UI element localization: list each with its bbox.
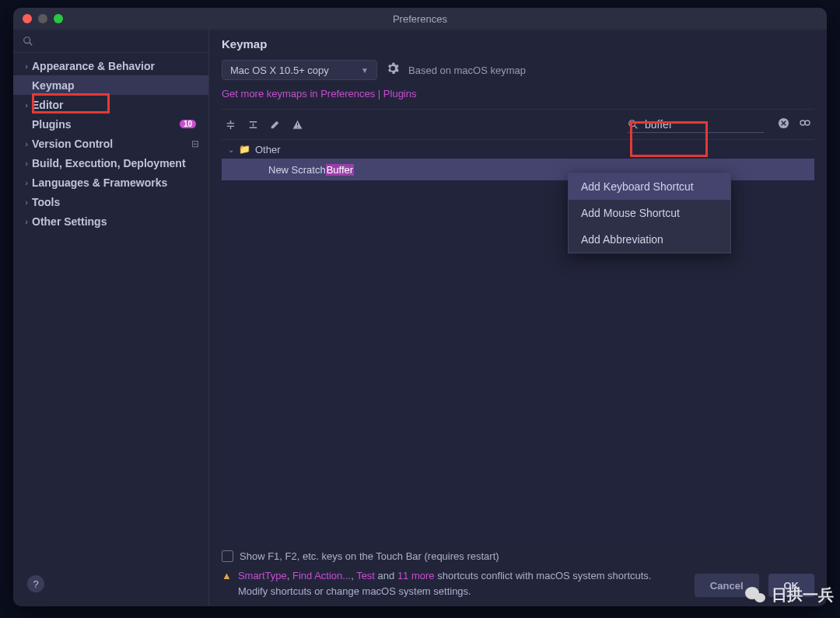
cancel-button[interactable]: Cancel bbox=[695, 574, 759, 597]
conflict-link-more[interactable]: 11 more bbox=[397, 570, 435, 581]
edit-icon[interactable] bbox=[270, 119, 281, 130]
warning-icon[interactable] bbox=[292, 119, 303, 131]
keymap-group-other[interactable]: ⌄ 📁 Other bbox=[222, 140, 814, 159]
keymap-scheme-dropdown[interactable]: Mac OS X 10.5+ copy ▼ bbox=[222, 60, 377, 80]
group-label: Other bbox=[255, 144, 281, 155]
more-keymaps-link[interactable]: Get more keymaps in Preferences | Plugin… bbox=[222, 88, 814, 100]
sidebar-item-build[interactable]: ›Build, Execution, Deployment bbox=[13, 153, 208, 173]
conflict-link-test[interactable]: Test bbox=[356, 570, 375, 581]
help-button[interactable]: ? bbox=[27, 575, 44, 592]
close-icon[interactable] bbox=[23, 14, 32, 23]
conflict-link-findaction[interactable]: Find Action... bbox=[292, 570, 351, 581]
sidebar-item-other-settings[interactable]: ›Other Settings bbox=[13, 211, 208, 231]
window-controls bbox=[13, 14, 63, 23]
sidebar-item-editor[interactable]: ›Editor bbox=[13, 95, 208, 114]
sidebar-item-languages[interactable]: ›Languages & Frameworks bbox=[13, 173, 208, 192]
touchbar-checkbox-row: Show F1, F2, etc. keys on the Touch Bar … bbox=[222, 550, 814, 562]
sidebar-item-keymap[interactable]: Keymap bbox=[13, 75, 208, 95]
search-icon bbox=[628, 119, 639, 130]
action-search-input[interactable] bbox=[645, 118, 746, 131]
sidebar-search[interactable] bbox=[13, 30, 208, 53]
sidebar-item-version-control[interactable]: ›Version Control⊟ bbox=[13, 134, 208, 153]
based-on-label: Based on macOS keymap bbox=[408, 65, 526, 76]
repo-icon: ⊟ bbox=[191, 138, 199, 149]
clear-search-icon[interactable] bbox=[778, 117, 789, 132]
main-panel: Keymap Mac OS X 10.5+ copy ▼ Based on ma… bbox=[209, 30, 827, 606]
ctx-add-mouse-shortcut[interactable]: Add Mouse Shortcut bbox=[569, 200, 730, 226]
plugins-badge: 10 bbox=[180, 120, 196, 128]
maximize-icon[interactable] bbox=[54, 14, 63, 23]
svg-line-1 bbox=[30, 42, 33, 45]
ctx-add-keyboard-shortcut[interactable]: Add Keyboard Shortcut bbox=[569, 173, 730, 200]
action-label-prefix: New Scratch bbox=[268, 164, 326, 176]
chevron-down-icon: ▼ bbox=[361, 66, 369, 75]
sidebar-item-plugins[interactable]: Plugins10 bbox=[13, 114, 208, 134]
keymap-toolbar bbox=[222, 109, 814, 140]
svg-line-3 bbox=[635, 125, 638, 128]
sidebar-tree: ›Appearance & Behavior Keymap ›Editor Pl… bbox=[13, 53, 208, 606]
conflict-link-smarttype[interactable]: SmartType bbox=[238, 570, 287, 581]
touchbar-checkbox[interactable] bbox=[222, 550, 233, 562]
sidebar-item-appearance[interactable]: ›Appearance & Behavior bbox=[13, 56, 208, 75]
scheme-value: Mac OS X 10.5+ copy bbox=[230, 65, 329, 76]
context-menu: Add Keyboard Shortcut Add Mouse Shortcut… bbox=[568, 173, 731, 253]
window-title: Preferences bbox=[393, 13, 447, 25]
action-search[interactable] bbox=[628, 117, 764, 133]
ok-button[interactable]: OK bbox=[768, 574, 815, 597]
svg-point-6 bbox=[805, 120, 810, 125]
page-title: Keymap bbox=[222, 37, 814, 51]
find-by-shortcut-icon[interactable] bbox=[799, 117, 811, 132]
minimize-icon[interactable] bbox=[38, 14, 47, 23]
titlebar: Preferences bbox=[13, 8, 827, 30]
svg-point-0 bbox=[24, 37, 30, 43]
chevron-down-icon: ⌄ bbox=[228, 145, 234, 154]
svg-point-2 bbox=[629, 120, 635, 126]
search-icon bbox=[23, 36, 33, 47]
keymap-tree: ⌄ 📁 Other New Scratch Buffer Add Keyboar… bbox=[222, 140, 814, 543]
warning-triangle-icon: ▲ bbox=[222, 568, 232, 599]
ctx-add-abbreviation[interactable]: Add Abbreviation bbox=[569, 226, 730, 253]
collapse-all-icon[interactable] bbox=[247, 119, 259, 131]
gear-icon[interactable] bbox=[387, 62, 399, 78]
preferences-window: Preferences ›Appearance & Behavior Keyma… bbox=[13, 8, 827, 606]
action-label-match: Buffer bbox=[326, 164, 354, 176]
touchbar-checkbox-label: Show F1, F2, etc. keys on the Touch Bar … bbox=[240, 550, 499, 562]
sidebar: ›Appearance & Behavior Keymap ›Editor Pl… bbox=[13, 30, 209, 606]
expand-all-icon[interactable] bbox=[225, 119, 236, 131]
svg-point-5 bbox=[800, 120, 805, 125]
sidebar-item-tools[interactable]: ›Tools bbox=[13, 192, 208, 211]
conflict-line2: Modify shortcuts or change macOS system … bbox=[238, 585, 471, 597]
folder-icon: 📁 bbox=[239, 144, 250, 155]
